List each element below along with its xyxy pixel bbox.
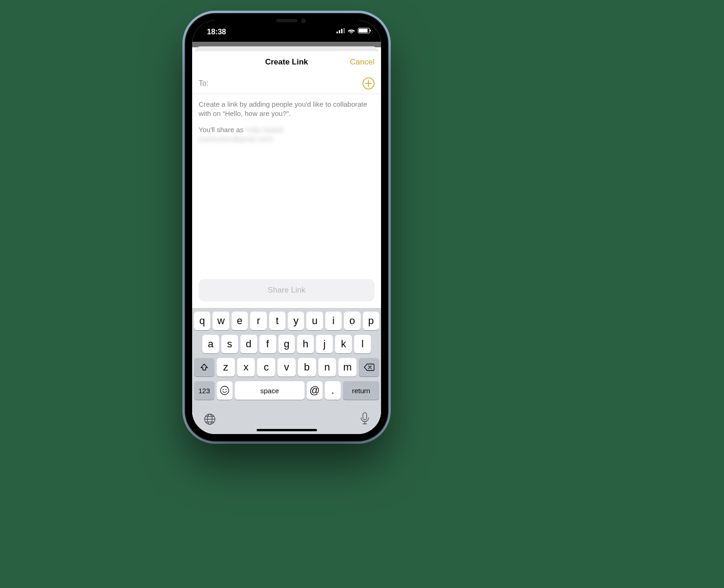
shift-icon xyxy=(200,363,209,372)
key-emoji[interactable] xyxy=(217,381,233,400)
key-k[interactable]: k xyxy=(335,335,352,353)
phone-side-button xyxy=(182,166,185,198)
key-l[interactable]: l xyxy=(354,335,371,353)
mic-icon xyxy=(360,412,370,426)
phone-notch xyxy=(247,14,326,28)
key-f[interactable]: f xyxy=(259,335,276,353)
to-row: To: xyxy=(192,73,381,94)
key-numbers[interactable]: 123 xyxy=(194,381,214,400)
keyboard-row-4: 123 space @ . return xyxy=(194,381,379,400)
svg-point-1 xyxy=(223,389,224,390)
body-text: Create a link by adding people you'd lik… xyxy=(192,94,381,156)
globe-button[interactable] xyxy=(203,413,216,428)
key-space[interactable]: space xyxy=(235,381,304,400)
key-e[interactable]: e xyxy=(232,312,248,330)
share-as-text: You'll share as Yulia Savluk (savluchec@… xyxy=(199,125,375,144)
key-p[interactable]: p xyxy=(363,312,379,330)
key-z[interactable]: z xyxy=(217,358,235,377)
key-delete[interactable] xyxy=(359,358,379,377)
to-input[interactable] xyxy=(212,79,362,88)
plus-icon xyxy=(365,80,372,87)
phone-side-button xyxy=(182,95,185,113)
delete-icon xyxy=(363,363,375,371)
key-u[interactable]: u xyxy=(306,312,323,330)
globe-icon xyxy=(203,413,216,426)
create-link-sheet: Create Link Cancel To: Create a link by … xyxy=(192,51,381,434)
keyboard-row-1: q w e r t y u i o p xyxy=(194,312,379,330)
share-as-name: Yulia Savluk xyxy=(246,125,284,134)
key-j[interactable]: j xyxy=(316,335,333,353)
dictation-button[interactable] xyxy=(360,412,370,428)
svg-rect-5 xyxy=(363,413,367,420)
emoji-icon xyxy=(220,385,230,396)
cellular-icon xyxy=(336,28,345,33)
key-t[interactable]: t xyxy=(269,312,285,330)
keyboard-row-3: z x c v b n m xyxy=(194,358,379,377)
wifi-icon xyxy=(348,28,355,33)
keyboard-row-2: a s d f g h j k l xyxy=(194,335,379,353)
key-m[interactable]: m xyxy=(338,358,356,377)
key-q[interactable]: q xyxy=(194,312,210,330)
share-as-prefix: You'll share as xyxy=(199,126,246,134)
key-a[interactable]: a xyxy=(202,335,219,353)
to-label: To: xyxy=(199,79,208,88)
key-s[interactable]: s xyxy=(221,335,238,353)
key-at[interactable]: @ xyxy=(307,381,323,400)
key-v[interactable]: v xyxy=(278,358,296,377)
phone-frame: 18:38 Create Link Cancel To: xyxy=(186,14,388,441)
phone-side-button xyxy=(388,133,390,184)
intro-text: Create a link by adding people you'd lik… xyxy=(199,100,375,119)
status-time: 18:38 xyxy=(207,28,226,36)
phone-screen: 18:38 Create Link Cancel To: xyxy=(192,20,381,434)
key-d[interactable]: d xyxy=(240,335,257,353)
key-b[interactable]: b xyxy=(298,358,316,377)
key-r[interactable]: r xyxy=(250,312,266,330)
key-return[interactable]: return xyxy=(343,381,379,400)
share-as-email: (savluchec@gmail.com) xyxy=(199,134,273,144)
key-n[interactable]: n xyxy=(318,358,336,377)
battery-icon xyxy=(358,28,370,33)
svg-point-0 xyxy=(220,386,229,395)
key-c[interactable]: c xyxy=(257,358,275,377)
key-x[interactable]: x xyxy=(237,358,255,377)
key-shift[interactable] xyxy=(194,358,214,377)
key-g[interactable]: g xyxy=(278,335,295,353)
home-indicator[interactable] xyxy=(257,429,317,431)
key-w[interactable]: w xyxy=(213,312,229,330)
svg-point-2 xyxy=(226,389,226,390)
key-i[interactable]: i xyxy=(325,312,342,330)
keyboard-bottom-bar xyxy=(192,407,381,434)
key-y[interactable]: y xyxy=(288,312,304,330)
share-link-button[interactable]: Share Link xyxy=(199,279,375,301)
cancel-button[interactable]: Cancel xyxy=(350,58,375,67)
nav-bar: Create Link Cancel xyxy=(192,51,381,73)
key-o[interactable]: o xyxy=(344,312,360,330)
status-right xyxy=(336,28,370,33)
phone-side-button xyxy=(182,127,185,159)
key-h[interactable]: h xyxy=(297,335,314,353)
key-dot[interactable]: . xyxy=(325,381,341,400)
add-contact-button[interactable] xyxy=(362,77,375,89)
keyboard: q w e r t y u i o p a s d f g h xyxy=(192,308,381,407)
